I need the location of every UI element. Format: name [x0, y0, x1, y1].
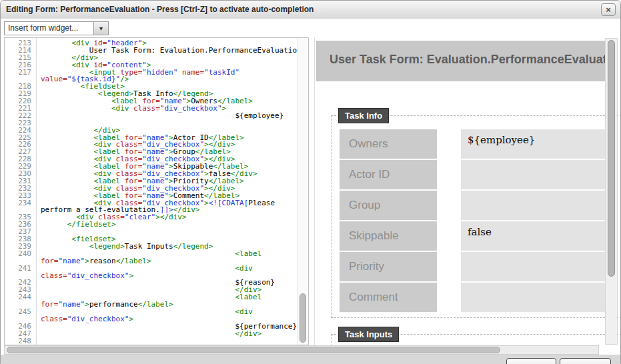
dialog-title: Editing Form: PerformanceEvaluation - Pr… [6, 5, 314, 14]
chevron-down-icon[interactable]: ▾ [93, 22, 108, 35]
horizontal-scrollbar-thumb[interactable] [7, 347, 500, 353]
line-number: 245 [5, 309, 36, 316]
editor-scrollbar-thumb[interactable] [299, 293, 306, 343]
dialog-footer [1, 355, 620, 364]
field-label: Skippable [340, 221, 437, 251]
code-line: 236 </fieldset> [5, 221, 298, 229]
preview-vertical-scrollbar[interactable] [605, 38, 618, 345]
code-line: 222 ${employee} [5, 113, 298, 120]
fieldset-legend: Task Inputs [338, 327, 399, 342]
preview-form-title: User Task Form: Evaluation.PerformanceEv… [330, 53, 606, 67]
preview-fieldset: Task InfoOwners${employee}Actor IDGroupS… [331, 115, 620, 318]
dialog-button-left[interactable] [506, 358, 556, 364]
field-value [461, 252, 606, 281]
field-label: Owners [340, 129, 437, 159]
insert-widget-dropdown-value: Insert form widget... [5, 22, 93, 35]
field-label: Priority [340, 252, 437, 281]
field-label: Group [340, 191, 437, 220]
line-number: 234 [5, 200, 36, 207]
close-icon[interactable]: × [601, 3, 616, 16]
form-preview-pane: User Task Form: Evaluation.PerformanceEv… [314, 37, 620, 345]
editor-vertical-scrollbar[interactable] [297, 38, 308, 345]
preview-form-header: User Task Form: Evaluation.PerformanceEv… [316, 41, 606, 81]
dialog-button-right[interactable] [560, 358, 611, 364]
code-line: 247 </div> [5, 331, 298, 338]
code-line: 248 [5, 338, 298, 345]
preview-scrollbar-thumb[interactable] [608, 40, 615, 277]
line-number: 240 [5, 251, 36, 258]
field-value: false [461, 221, 606, 251]
horizontal-scrollbar[interactable] [4, 345, 599, 355]
form-editor-dialog: Editing Form: PerformanceEvaluation - Pr… [0, 0, 621, 364]
code-editor[interactable]: 213 <div id="header">214 User Task Form:… [4, 37, 309, 345]
field-label: Comment [340, 283, 437, 312]
preview-fieldset: Task Inputs [331, 334, 620, 345]
code-lines[interactable]: 213 <div id="header">214 User Task Form:… [5, 38, 298, 345]
field-label: Actor ID [340, 160, 437, 189]
line-number: 248 [5, 338, 36, 345]
line-number: 217 [5, 69, 36, 77]
dialog-titlebar[interactable]: Editing Form: PerformanceEvaluation - Pr… [1, 1, 620, 19]
insert-widget-dropdown[interactable]: Insert form widget... ▾ [4, 21, 109, 35]
line-number: 241 [5, 265, 36, 273]
field-value [461, 160, 606, 189]
field-value [461, 283, 606, 312]
field-value [461, 191, 606, 220]
field-value: ${employee} [461, 129, 606, 159]
fieldset-legend: Task Info [338, 108, 389, 123]
line-number: 244 [5, 294, 36, 301]
editor-toolbar: Insert form widget... ▾ [1, 19, 620, 37]
